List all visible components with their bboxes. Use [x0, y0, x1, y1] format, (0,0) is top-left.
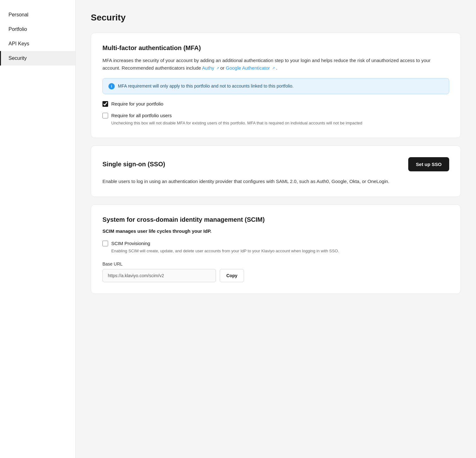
scim-card: System for cross-domain identity managem…: [91, 204, 461, 294]
external-link-icon: ↗: [216, 66, 219, 71]
authy-link[interactable]: Authy ↗: [202, 65, 220, 71]
require-all-users-label: Require for all portfolio users: [111, 112, 362, 119]
external-link-icon-2: ↗: [272, 66, 275, 71]
copy-button[interactable]: Copy: [220, 269, 244, 282]
info-icon: i: [108, 83, 115, 89]
google-authenticator-link[interactable]: Google Authenticator ↗: [226, 65, 276, 71]
main-content: Security Multi-factor authentication (MF…: [76, 0, 476, 458]
sidebar-item-security[interactable]: Security: [0, 51, 75, 66]
sso-description: Enable users to log in using an authenti…: [102, 178, 449, 185]
sidebar-item-portfolio[interactable]: Portfolio: [0, 22, 75, 37]
scim-provisioning-label: SCIM Provisioning: [111, 240, 339, 247]
page-title: Security: [91, 13, 461, 23]
require-portfolio-row: Require for your portfolio: [102, 100, 449, 107]
info-banner-text: MFA requirement will only apply to this …: [118, 83, 293, 89]
sso-card: Single sign-on (SSO) Set up SSO Enable u…: [91, 146, 461, 197]
base-url-input[interactable]: [102, 269, 216, 282]
mfa-info-banner: i MFA requirement will only apply to thi…: [102, 78, 449, 94]
scim-card-title: System for cross-domain identity managem…: [102, 216, 449, 223]
scim-provisioning-checkbox[interactable]: [102, 241, 108, 246]
base-url-label: Base URL: [102, 261, 449, 266]
scim-subtitle: SCIM manages user life cycles through yo…: [102, 228, 449, 234]
sidebar: Personal Portfolio API Keys Security: [0, 0, 76, 458]
require-all-users-checkbox[interactable]: [102, 113, 108, 118]
require-portfolio-checkbox[interactable]: [102, 101, 108, 107]
require-portfolio-label: Require for your portfolio: [111, 100, 163, 107]
app-layout: Personal Portfolio API Keys Security Sec…: [0, 0, 476, 458]
sso-card-title: Single sign-on (SSO): [102, 161, 165, 168]
sidebar-item-personal[interactable]: Personal: [0, 8, 75, 22]
sso-card-header: Single sign-on (SSO) Set up SSO: [102, 157, 449, 171]
base-url-section: Base URL Copy: [102, 261, 449, 282]
setup-sso-button[interactable]: Set up SSO: [408, 157, 449, 171]
scim-provisioning-sublabel: Enabling SCIM will create, update, and d…: [111, 248, 339, 254]
require-all-users-sublabel: Unchecking this box will not disable MFA…: [111, 120, 362, 126]
sidebar-item-api-keys[interactable]: API Keys: [0, 37, 75, 51]
url-input-row: Copy: [102, 269, 449, 282]
scim-provisioning-row: SCIM Provisioning Enabling SCIM will cre…: [102, 240, 449, 254]
mfa-card-title: Multi-factor authentication (MFA): [102, 44, 449, 52]
require-all-users-row: Require for all portfolio users Unchecki…: [102, 112, 449, 126]
mfa-card: Multi-factor authentication (MFA) MFA in…: [91, 33, 461, 138]
mfa-description: MFA increases the security of your accou…: [102, 57, 449, 72]
